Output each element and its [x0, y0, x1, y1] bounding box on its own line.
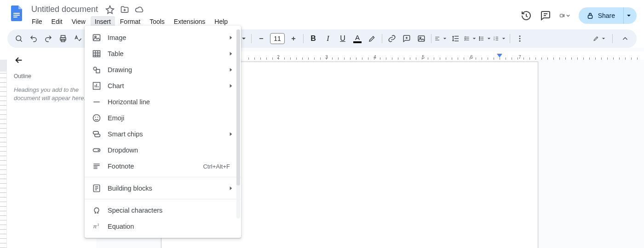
outline-title: Outline — [14, 73, 97, 79]
more-button[interactable] — [513, 32, 527, 45]
divider — [612, 34, 613, 43]
menu-item-label: Table — [108, 50, 124, 57]
submenu-arrow-icon — [229, 34, 233, 41]
numbered-list-button[interactable]: 123 — [493, 32, 507, 45]
bold-button[interactable]: B — [306, 32, 320, 45]
history-icon[interactable] — [521, 10, 532, 21]
ruler-major: 5 — [422, 55, 425, 60]
table-icon — [92, 49, 101, 58]
decrease-font-button[interactable] — [254, 32, 268, 45]
comments-icon[interactable] — [540, 10, 551, 21]
meet-icon[interactable] — [559, 10, 570, 21]
submenu-arrow-icon — [229, 130, 233, 138]
menu-separator — [85, 177, 241, 177]
bulleted-list-button[interactable] — [478, 32, 492, 45]
header-right: Share — [521, 4, 637, 24]
share-button[interactable]: Share — [579, 7, 623, 24]
outline-empty-text: Headings you add to the document will ap… — [14, 86, 97, 102]
menu-edit[interactable]: Edit — [47, 16, 67, 27]
menu-item-label: Chart — [108, 82, 124, 90]
insert-menu-item-table[interactable]: Table — [85, 45, 241, 62]
insert-menu-item-emoji[interactable]: Emoji — [85, 110, 241, 126]
print-button[interactable] — [56, 32, 70, 45]
right-margin-marker[interactable] — [497, 51, 502, 59]
submenu-arrow-icon — [229, 50, 233, 57]
divider — [382, 34, 382, 43]
menu-item-label: Emoji — [108, 114, 124, 122]
title-block: Untitled document File Edit View Insert … — [29, 4, 232, 27]
star-icon[interactable] — [105, 5, 115, 14]
docs-logo[interactable] — [7, 4, 26, 22]
insert-menu-item-blocks[interactable]: Building blocks — [85, 180, 241, 196]
align-button[interactable] — [434, 32, 448, 45]
checklist-button[interactable] — [464, 32, 477, 45]
italic-button[interactable]: I — [321, 32, 335, 45]
equation-icon — [92, 222, 101, 231]
ruler-major: 4 — [374, 55, 376, 60]
svg-rect-3 — [560, 14, 563, 17]
outline-panel: Outline Headings you add to the document… — [0, 48, 97, 248]
svg-point-11 — [479, 37, 480, 38]
text-color-button[interactable]: A — [351, 32, 364, 45]
submenu-arrow-icon — [229, 66, 233, 73]
svg-rect-4 — [588, 15, 592, 18]
chevron-down-icon — [566, 11, 570, 20]
svg-point-19 — [519, 40, 521, 42]
ruler-major: 6 — [470, 55, 473, 60]
insert-menu-item-equation[interactable]: Equation — [85, 218, 241, 234]
insert-menu-item-omega[interactable]: Special characters — [85, 202, 241, 218]
doc-title[interactable]: Untitled document — [29, 4, 100, 15]
share-label: Share — [598, 12, 615, 19]
menu-shortcut: Ctrl+Alt+F — [203, 163, 230, 169]
increase-font-button[interactable] — [287, 32, 300, 45]
highlight-button[interactable] — [365, 32, 379, 45]
divider — [251, 34, 252, 43]
cloud-status-icon[interactable] — [135, 5, 144, 14]
ruler-major: 7 — [518, 55, 521, 60]
header: Untitled document File Edit View Insert … — [0, 0, 644, 28]
insert-menu-item-chart[interactable]: Chart — [85, 78, 241, 94]
insert-image-button[interactable] — [414, 32, 428, 45]
insert-menu-dropdown: ImageTableDrawingChartHorizontal lineEmo… — [85, 26, 241, 238]
underline-button[interactable]: U — [336, 32, 350, 45]
menu-separator — [85, 199, 241, 199]
menu-item-label: Drawing — [108, 66, 132, 73]
svg-rect-0 — [13, 13, 20, 14]
menu-file[interactable]: File — [28, 16, 46, 27]
svg-point-17 — [519, 35, 521, 37]
svg-rect-1 — [13, 15, 20, 16]
menu-item-label: Image — [108, 34, 126, 41]
share-dropdown[interactable] — [623, 7, 637, 24]
undo-button[interactable] — [27, 32, 40, 45]
editing-mode-button[interactable] — [593, 32, 607, 45]
collapse-toolbar-button[interactable] — [618, 32, 632, 45]
svg-rect-2 — [13, 17, 17, 17]
add-comment-button[interactable] — [400, 32, 414, 45]
svg-point-12 — [479, 38, 480, 39]
insert-menu-item-drawing[interactable]: Drawing — [85, 62, 241, 78]
search-button[interactable] — [12, 32, 26, 45]
insert-menu-item-hline[interactable]: Horizontal line — [85, 94, 241, 110]
menu-item-label: Footnote — [108, 163, 134, 170]
insert-menu-item-image[interactable]: Image — [85, 29, 241, 45]
svg-point-18 — [519, 38, 521, 39]
outline-back-button[interactable] — [14, 55, 97, 67]
submenu-arrow-icon — [229, 185, 233, 192]
redo-button[interactable] — [41, 32, 55, 45]
move-folder-icon[interactable] — [120, 5, 129, 14]
chips-icon — [92, 130, 101, 139]
drawing-icon — [92, 65, 101, 74]
svg-point-13 — [479, 39, 480, 40]
menu-item-label: Special characters — [108, 207, 162, 214]
spellcheck-button[interactable] — [71, 32, 85, 45]
svg-point-5 — [16, 36, 21, 41]
blocks-icon — [92, 184, 101, 193]
vertical-ruler — [0, 60, 7, 248]
insert-link-button[interactable] — [385, 32, 399, 45]
menu-item-label: Smart chips — [108, 130, 143, 138]
font-size-input[interactable]: 11 — [270, 33, 285, 44]
insert-menu-item-chips[interactable]: Smart chips — [85, 126, 241, 142]
line-spacing-button[interactable] — [449, 32, 463, 45]
insert-menu-item-footnote[interactable]: FootnoteCtrl+Alt+F — [85, 158, 241, 174]
insert-menu-item-dropdown[interactable]: Dropdown — [85, 142, 241, 158]
